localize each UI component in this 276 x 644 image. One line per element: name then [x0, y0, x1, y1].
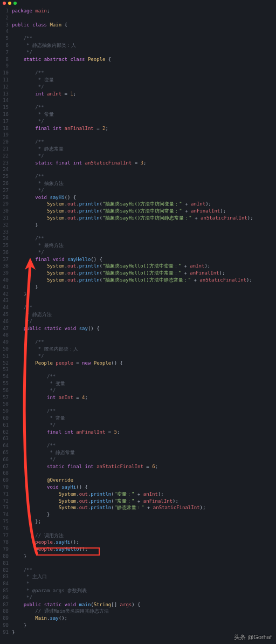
code-content [12, 28, 276, 35]
code-content: /** [12, 70, 276, 77]
code-content: System.out.println("抽象类sayHello()方法中静态常量… [12, 277, 276, 284]
code-line: 33 [0, 229, 276, 236]
code-line: 15 /** [0, 104, 276, 111]
close-icon[interactable] [3, 2, 6, 5]
code-content: people.sayHi(); [12, 539, 276, 546]
code-content: /** [12, 104, 276, 111]
code-content [12, 401, 276, 408]
code-line: 35 * 最终方法 [0, 242, 276, 249]
code-content: /** [12, 442, 276, 449]
code-line: 53 [0, 366, 276, 373]
line-number: 81 [0, 560, 12, 567]
code-content [12, 297, 276, 304]
line-number: 69 [0, 477, 12, 484]
code-content: /** [12, 373, 276, 380]
code-line: 71 System.out.println("变量：" + anInt); [0, 491, 276, 498]
code-line: 58 [0, 401, 276, 408]
line-number: 14 [0, 97, 12, 104]
code-line: 14 [0, 97, 276, 104]
line-number: 68 [0, 470, 12, 477]
code-content: * 抽象方法 [12, 180, 276, 187]
code-line: 19 [0, 132, 276, 139]
code-line: 28 void sayHi() { [0, 194, 276, 201]
line-number: 59 [0, 408, 12, 415]
code-content: /** [12, 235, 276, 242]
line-number: 30 [0, 208, 12, 215]
code-line: 83 * 主入口 [0, 573, 276, 580]
line-number: 56 [0, 387, 12, 394]
code-line: 47 public static void say() { [0, 325, 276, 332]
code-content [12, 166, 276, 173]
code-line: 16 * 常量 [0, 111, 276, 118]
code-line: 64 /** [0, 442, 276, 449]
line-number: 31 [0, 215, 12, 222]
code-line: 60 * 常量 [0, 415, 276, 422]
line-number: 45 [0, 311, 12, 318]
line-number: 57 [0, 394, 12, 401]
code-line: 63 [0, 435, 276, 442]
code-line: 20 /** [0, 139, 276, 146]
line-number: 46 [0, 318, 12, 325]
minimize-icon[interactable] [8, 2, 11, 5]
code-content [12, 366, 276, 373]
line-number: 84 [0, 580, 12, 587]
line-number: 60 [0, 415, 12, 422]
line-number: 87 [0, 601, 12, 608]
code-line: 36 */ [0, 249, 276, 256]
code-content [12, 560, 276, 567]
line-number: 38 [0, 263, 12, 270]
code-line: 11 * 变量 [0, 77, 276, 84]
line-number: 28 [0, 194, 12, 201]
line-number: 67 [0, 463, 12, 470]
code-content: /** [12, 35, 276, 42]
code-content: people.sayHello(); [12, 546, 276, 553]
code-content: System.out.println("抽象类sayHi()方法中访问常量：" … [12, 208, 276, 215]
code-line: 57 int anInt = 4; [0, 394, 276, 401]
code-content: */ [12, 153, 276, 160]
code-line: 66 */ [0, 456, 276, 463]
code-content: */ [12, 187, 276, 194]
code-content: void sayHi() { [12, 484, 276, 491]
code-content: * 主入口 [12, 573, 276, 580]
code-content: System.out.println("抽象类sayHello()方法中变量："… [12, 263, 276, 270]
code-content: * 静态抽象内部类：人 [12, 42, 276, 49]
code-content: final int anFinalInt = 2; [12, 125, 276, 132]
line-number: 53 [0, 366, 12, 373]
line-number: 83 [0, 573, 12, 580]
code-content: * 变量 [12, 380, 276, 387]
line-number: 82 [0, 567, 12, 574]
code-content [12, 229, 276, 236]
code-line: 67 static final int anStaticFinalInt = 6… [0, 463, 276, 470]
code-line: 27 */ [0, 187, 276, 194]
code-line: 72 System.out.println("常量：" + anFinalInt… [0, 498, 276, 505]
line-number: 25 [0, 173, 12, 180]
code-content: } [12, 291, 276, 298]
code-content: public static void say() { [12, 325, 276, 332]
code-line: 22 */ [0, 153, 276, 160]
code-line: 74 } [0, 511, 276, 518]
code-content [12, 132, 276, 139]
code-content: final void sayHello() { [12, 256, 276, 263]
code-line: 41 } [0, 284, 276, 291]
code-line: 39 System.out.println("抽象类sayHello()方法中常… [0, 270, 276, 277]
line-number: 17 [0, 118, 12, 125]
code-content: * 匿名内部类：人 [12, 346, 276, 353]
code-line: 3public class Main { [0, 22, 276, 29]
code-content: } [12, 284, 276, 291]
code-content: */ [12, 318, 276, 325]
code-content: * 静态方法 [12, 311, 276, 318]
code-line: 89 Main.say(); [0, 615, 276, 622]
line-number: 36 [0, 249, 12, 256]
line-number: 10 [0, 70, 12, 77]
code-line: 62 final int anFinalInt = 5; [0, 429, 276, 436]
code-line: 37 final void sayHello() { [0, 256, 276, 263]
line-number: 16 [0, 111, 12, 118]
line-number: 12 [0, 84, 12, 91]
code-line: 84 * [0, 580, 276, 587]
line-number: 4 [0, 28, 12, 35]
line-number: 73 [0, 504, 12, 511]
code-content: System.out.println("变量：" + anInt); [12, 491, 276, 498]
line-number: 50 [0, 346, 12, 353]
line-number: 88 [0, 608, 12, 615]
zoom-icon[interactable] [13, 2, 17, 5]
